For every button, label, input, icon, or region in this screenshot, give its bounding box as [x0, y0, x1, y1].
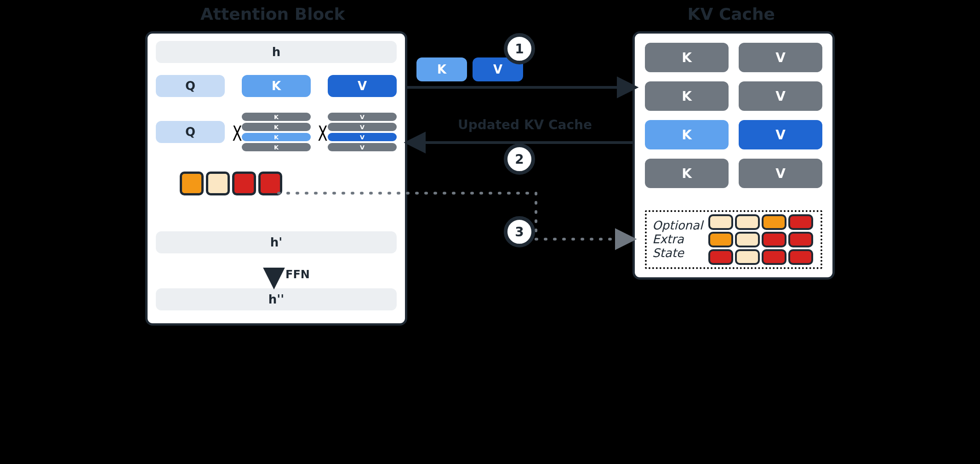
- cache-row-1: K V: [645, 81, 822, 111]
- attn-out-0: [180, 172, 204, 195]
- attn-out-2: [232, 172, 256, 195]
- bar-v-1: V: [328, 123, 397, 131]
- m12: [762, 232, 786, 247]
- ffn-label: FFN: [285, 268, 310, 281]
- extra-state-grid: [708, 214, 813, 265]
- new-k: K: [416, 57, 467, 81]
- bar-v-3: V: [328, 143, 397, 151]
- m13: [788, 232, 813, 247]
- extra-state-label: Optional Extra State: [652, 219, 703, 260]
- cache-k-3: K: [645, 159, 729, 188]
- attention-panel: h Q K V Q X K K K K X V V V V h' FFN h'': [145, 31, 407, 326]
- new-kv-pair: K V: [416, 57, 523, 81]
- attn-out-1: [206, 172, 230, 195]
- key: K: [242, 75, 311, 97]
- updated-cache-label: Updated KV Cache: [458, 117, 592, 132]
- m10: [708, 232, 733, 247]
- step-badge-1: 1: [504, 33, 535, 64]
- cache-v-3: V: [739, 159, 822, 188]
- m22: [762, 249, 786, 265]
- bar-v-0: V: [328, 113, 397, 121]
- m00: [708, 214, 733, 230]
- step-badge-2: 2: [504, 143, 535, 175]
- m01: [735, 214, 760, 230]
- cache-v-0: V: [739, 43, 822, 72]
- cache-k-2: K: [645, 120, 729, 149]
- m11: [735, 232, 760, 247]
- cache-k-0: K: [645, 43, 729, 72]
- cache-k-1: K: [645, 81, 729, 111]
- attn-output-row: [180, 172, 282, 195]
- hidden-h2: h'': [156, 288, 397, 310]
- query: Q: [156, 75, 225, 97]
- bar-k-2: K: [242, 133, 311, 141]
- m02: [762, 214, 786, 230]
- bar-k-0: K: [242, 113, 311, 121]
- cache-title: KV Cache: [688, 5, 775, 23]
- cache-row-3: K V: [645, 159, 822, 188]
- mul-2: X: [318, 122, 328, 145]
- kv-cache-panel: K V K V K V K V Optional Extra State: [632, 31, 835, 280]
- query-2: Q: [156, 121, 225, 143]
- m23: [788, 249, 813, 265]
- bar-v-2: V: [328, 133, 397, 141]
- m21: [735, 249, 760, 265]
- cache-v-1: V: [739, 81, 822, 111]
- cache-row-2: K V: [645, 120, 822, 149]
- attn-out-3: [258, 172, 282, 195]
- hidden-h1: h': [156, 231, 397, 253]
- hidden-h: h: [156, 41, 397, 63]
- value: V: [328, 75, 397, 97]
- cache-row-0: K V: [645, 43, 822, 72]
- extra-state-box: Optional Extra State: [645, 210, 822, 269]
- m20: [708, 249, 733, 265]
- v-stack: V V V V: [328, 113, 397, 151]
- bar-k-1: K: [242, 123, 311, 131]
- step-badge-3: 3: [504, 216, 535, 247]
- bar-k-3: K: [242, 143, 311, 151]
- cache-v-2: V: [739, 120, 822, 149]
- m03: [788, 214, 813, 230]
- attention-title: Attention Block: [200, 5, 345, 23]
- mul-1: X: [233, 122, 242, 145]
- k-stack: K K K K: [242, 113, 311, 151]
